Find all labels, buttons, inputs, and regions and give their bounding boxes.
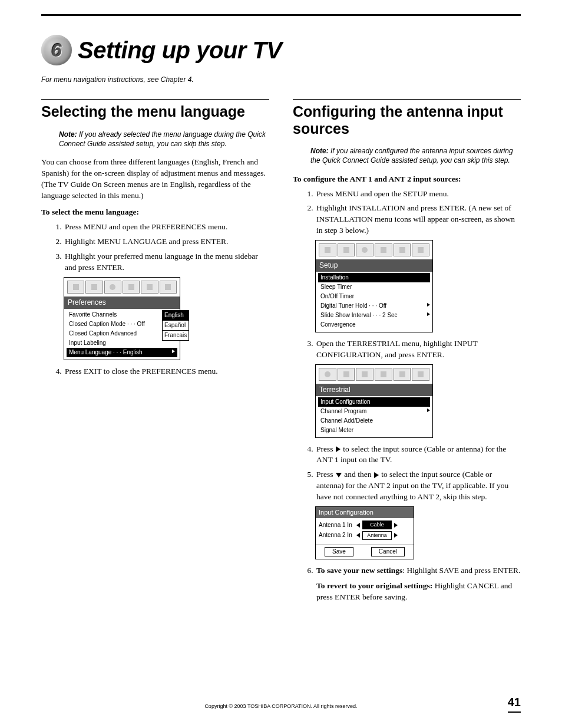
- body-paragraph: You can choose from three different lang…: [41, 157, 269, 202]
- svg-rect-4: [147, 284, 153, 290]
- ic-row: Antenna 2 InAntenna: [319, 531, 411, 540]
- language-option: Francais: [163, 331, 189, 340]
- menu-icon-row: [316, 365, 432, 384]
- right-column: Configuring the antenna input sources No…: [293, 99, 521, 607]
- step-r1: Press MENU and open the SETUP menu.: [315, 189, 521, 200]
- svg-rect-11: [418, 247, 424, 253]
- subhead-right: To configure the ANT 1 and ANT 2 input s…: [293, 174, 521, 185]
- menu-row: Signal Meter: [318, 426, 432, 435]
- svg-rect-6: [325, 247, 330, 253]
- svg-point-2: [110, 284, 115, 290]
- step-r3: Open the TERRESTRIAL menu, highlight INP…: [315, 338, 521, 361]
- note-left: Note: If you already selected the menu l…: [59, 130, 269, 149]
- svg-rect-16: [399, 371, 405, 377]
- menu-icon: [375, 243, 392, 256]
- ic-label: Antenna 2 In: [319, 531, 354, 539]
- section-heading-left: Selecting the menu language: [41, 99, 269, 120]
- figure-preferences-menu: Preferences Favorite ChannelsClosed Capt…: [64, 277, 180, 360]
- section-heading-right: Configuring the antenna input sources: [293, 99, 521, 137]
- save-button: Save: [325, 547, 353, 556]
- note-label: Note:: [59, 130, 77, 139]
- page-footer: Copyright © 2003 TOSHIBA CORPORATION. Al…: [41, 703, 521, 710]
- step-4: Press EXIT to close the PREFERENCES menu…: [64, 366, 269, 377]
- menu-icon: [394, 243, 411, 256]
- figure-setup-menu: Setup InstallationSleep TimerOn/Off Time…: [315, 240, 433, 332]
- menu-icon: [412, 368, 429, 381]
- chapter-number-badge: 6: [41, 35, 72, 65]
- svg-rect-9: [381, 247, 386, 253]
- svg-rect-7: [343, 247, 349, 253]
- left-arrow-icon: [356, 533, 360, 538]
- menu-icon: [123, 281, 140, 294]
- steps-right-4: Press to select the input source (Cable …: [315, 444, 521, 503]
- chapter-number: 6: [51, 37, 62, 64]
- menu-icon-row: [64, 278, 180, 297]
- menu-icon: [85, 281, 103, 294]
- menu-title: Preferences: [64, 297, 180, 309]
- copyright: Copyright © 2003 TOSHIBA CORPORATION. Al…: [204, 703, 357, 710]
- step-r2: Highlight INSTALLATION and press ENTER. …: [315, 203, 521, 236]
- svg-rect-1: [91, 284, 97, 290]
- intro-note: For menu navigation instructions, see Ch…: [41, 75, 521, 85]
- step-text: and then: [342, 470, 373, 479]
- svg-rect-0: [73, 284, 79, 290]
- menu-icon: [375, 368, 392, 381]
- language-options: EnglishEspañolFrancais: [162, 310, 189, 341]
- ic-title: Input Configuration: [316, 507, 414, 518]
- note-right: Note: If you already configured the ante…: [310, 146, 521, 165]
- menu-icon: [67, 281, 84, 294]
- svg-point-12: [325, 371, 330, 377]
- menu-row: Channel Add/Delete: [318, 416, 432, 426]
- step-text: : Highlight SAVE and press ENTER.: [402, 566, 520, 575]
- menu-icon: [356, 368, 373, 381]
- note-label: Note:: [310, 147, 329, 155]
- menu-row: Channel Program: [318, 407, 432, 416]
- step-text: Press: [316, 470, 335, 479]
- menu-icon: [356, 243, 373, 256]
- menu-icon: [319, 243, 336, 256]
- svg-rect-5: [165, 284, 171, 290]
- chevron-right-icon: [427, 409, 430, 412]
- svg-rect-3: [128, 284, 134, 290]
- step-1: Press MENU and open the PREFERENCES menu…: [64, 222, 269, 233]
- step-r5: Press and then to select the input sourc…: [315, 469, 521, 503]
- ic-value: Antenna: [362, 531, 392, 540]
- right-arrow-icon: [336, 446, 340, 452]
- steps-left: Press MENU and open the PREFERENCES menu…: [64, 222, 269, 274]
- svg-rect-13: [343, 371, 349, 377]
- chapter-header: 6 Setting up your TV: [41, 34, 521, 67]
- menu-icon: [394, 368, 411, 381]
- menu-icon: [104, 281, 121, 294]
- svg-rect-14: [362, 371, 368, 377]
- menu-row: Installation: [318, 273, 430, 282]
- svg-rect-10: [399, 247, 405, 253]
- menu-icon: [338, 368, 355, 381]
- language-option: English: [163, 311, 189, 321]
- ic-buttons: Save Cancel: [316, 544, 414, 559]
- ic-value: Cable: [362, 521, 392, 529]
- right-arrow-icon: [394, 523, 398, 528]
- steps-left-cont: Press EXIT to close the PREFERENCES menu…: [64, 366, 269, 377]
- page-number: 41: [508, 694, 521, 713]
- down-arrow-icon: [336, 473, 342, 477]
- menu-row: Convergence: [318, 320, 432, 330]
- figure-input-configuration: Input Configuration Antenna 1 InCableAnt…: [315, 506, 414, 559]
- chevron-right-icon: [172, 350, 175, 353]
- menu-row: Sleep Timer: [318, 282, 432, 292]
- menu-icon: [141, 281, 158, 294]
- menu-icon-row: [316, 241, 432, 259]
- step-2: Highlight MENU LANGUAGE and press ENTER.: [64, 236, 269, 248]
- step-bold: To revert to your original settings:: [316, 581, 432, 590]
- chapter-title: Setting up your TV: [78, 34, 282, 67]
- left-column: Selecting the menu language Note: If you…: [41, 99, 269, 607]
- note-text: If you already selected the menu languag…: [59, 130, 266, 148]
- steps-right: Press MENU and open the SETUP menu. High…: [315, 189, 521, 237]
- menu-icon: [412, 243, 429, 256]
- language-option: Español: [163, 321, 189, 331]
- chevron-right-icon: [427, 303, 430, 307]
- left-arrow-icon: [356, 523, 360, 528]
- svg-rect-15: [381, 371, 386, 377]
- subhead-left: To select the menu language:: [41, 207, 269, 218]
- ic-row: Antenna 1 InCable: [319, 521, 411, 529]
- right-arrow-icon: [394, 533, 398, 538]
